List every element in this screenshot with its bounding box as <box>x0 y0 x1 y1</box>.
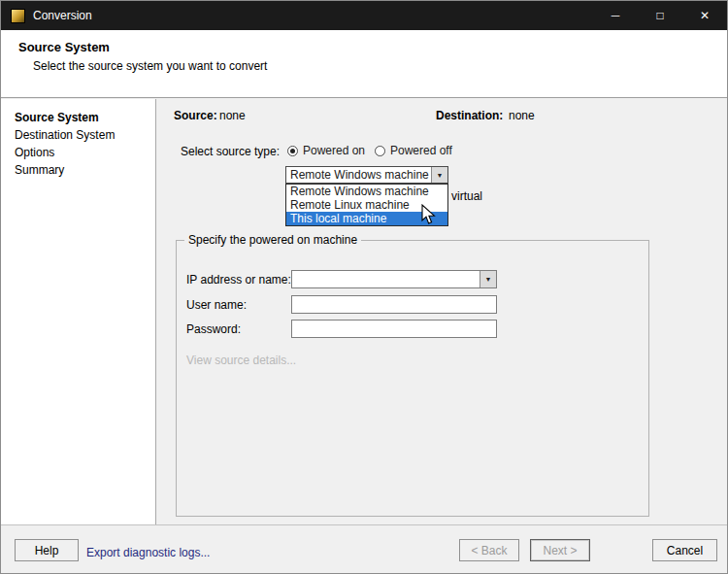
ip-address-combo[interactable]: ▼ <box>291 270 497 288</box>
export-diagnostic-logs-link[interactable]: Export diagnostic logs... <box>86 546 210 559</box>
dropdown-arrow-icon[interactable]: ▼ <box>431 167 447 183</box>
sidebar-item-source-system[interactable]: Source System <box>1 109 155 126</box>
ip-address-input[interactable] <box>292 271 480 287</box>
source-type-label: Select source type: <box>181 145 280 158</box>
minimize-button[interactable]: ─ <box>593 1 638 30</box>
ip-field-row: IP address or name: ▼ <box>186 270 497 288</box>
powered-on-radio-group[interactable]: Powered on <box>287 144 365 157</box>
maximize-button[interactable]: □ <box>638 1 682 30</box>
source-type-selected-value: Remote Windows machine <box>286 168 431 182</box>
window-title: Conversion <box>33 9 92 22</box>
wizard-header: Source System Select the source system y… <box>1 30 727 98</box>
view-source-details-link: View source details... <box>186 354 296 367</box>
powered-off-radio-group[interactable]: Powered off <box>375 144 452 157</box>
minimize-icon: ─ <box>612 9 620 22</box>
ip-dropdown-arrow-icon[interactable]: ▼ <box>480 271 496 287</box>
ip-label: IP address or name: <box>186 273 291 287</box>
username-input[interactable] <box>291 295 497 314</box>
option-remote-windows-machine[interactable]: Remote Windows machine <box>286 185 447 198</box>
conversion-wizard-window: Conversion ─ □ ✕ Source System Select th… <box>0 0 728 574</box>
destination-value: none <box>509 109 535 122</box>
password-input[interactable] <box>291 320 497 338</box>
mouse-cursor-icon <box>417 204 437 225</box>
group-title: Specify the powered on machine <box>184 233 361 247</box>
powered-off-radio[interactable] <box>375 146 385 156</box>
titlebar[interactable]: Conversion ─ □ ✕ <box>1 1 727 30</box>
page-title: Source System <box>18 40 110 54</box>
sidebar-item-options[interactable]: Options <box>1 144 155 161</box>
destination-label: Destination: <box>436 109 503 122</box>
close-button[interactable]: ✕ <box>682 1 727 30</box>
window-controls: ─ □ ✕ <box>593 1 727 30</box>
help-button[interactable]: Help <box>15 539 79 561</box>
main-content: Source: none Destination: none Select so… <box>157 99 727 524</box>
footer-bar: Help Export diagnostic logs... < Back Ne… <box>1 524 727 573</box>
clipped-background-text: virtual <box>451 189 482 203</box>
cancel-button[interactable]: Cancel <box>652 539 717 561</box>
password-field-row: Password: <box>186 320 497 338</box>
powered-off-label: Powered off <box>390 144 452 157</box>
powered-on-radio[interactable] <box>287 146 298 156</box>
password-label: Password: <box>186 322 291 336</box>
app-icon <box>11 9 25 23</box>
username-label: User name: <box>186 298 291 312</box>
powered-on-label: Powered on <box>303 144 365 157</box>
source-type-dropdown[interactable]: Remote Windows machine ▼ <box>285 166 448 184</box>
maximize-icon: □ <box>656 9 663 22</box>
username-field-row: User name: <box>186 295 497 314</box>
powered-on-machine-group: Specify the powered on machine IP addres… <box>176 233 649 517</box>
sidebar-item-destination-system[interactable]: Destination System <box>1 126 155 144</box>
page-subtitle: Select the source system you want to con… <box>33 59 267 73</box>
next-button[interactable]: Next > <box>530 539 590 561</box>
sidebar-item-summary[interactable]: Summary <box>1 161 155 179</box>
close-icon: ✕ <box>700 9 710 22</box>
source-label: Source: <box>174 109 217 122</box>
source-value: none <box>219 109 246 122</box>
back-button[interactable]: < Back <box>459 539 519 561</box>
steps-sidebar: Source System Destination System Options… <box>1 99 156 524</box>
